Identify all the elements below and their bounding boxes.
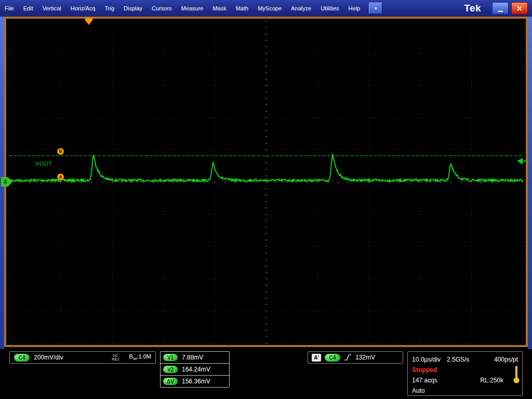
sample-rate-value: 2.5GS/s (447, 356, 469, 363)
oscilloscope-screen: File Edit Vertical Horiz/Acq Trig Displa… (0, 0, 532, 399)
trigger-level-marker[interactable] (517, 158, 526, 164)
readout-bar: C4 200mV/div DC REJ BW:1.0M V1 7.88mV V2… (0, 349, 532, 399)
channel-readout[interactable]: C4 200mV/div DC REJ BW:1.0M (9, 351, 156, 364)
acquisition-count: 147 acqs (412, 377, 437, 384)
timebase-value: 10.0µs/div (412, 356, 441, 363)
acquisition-status: Stopped (412, 366, 437, 374)
cursor-b-handle[interactable]: b (57, 148, 64, 155)
menu-item-analyze[interactable]: Analyze (286, 0, 316, 17)
minimize-button[interactable]: ▁ (492, 2, 509, 15)
trigger-position-arrow-icon (85, 20, 92, 25)
menu-item-measure[interactable]: Measure (177, 0, 208, 17)
minimize-icon: ▁ (498, 5, 502, 12)
menu-item-display[interactable]: Display (119, 0, 147, 17)
cursor-v2-badge: V2 (163, 366, 178, 373)
cursor-v2-row: V2 164.24mV (161, 364, 229, 376)
display-area: b a VOUT 4 (0, 17, 532, 349)
channel-4-marker[interactable]: 4 (1, 177, 12, 187)
rising-edge-icon (344, 354, 352, 361)
horizontal-readout[interactable]: 10.0µs/div 2.5GS/s 400ps/pt Stopped 147 … (407, 351, 523, 396)
cursor-readout[interactable]: V1 7.88mV V2 164.24mV ΔV 156.36mV (160, 351, 230, 388)
horizontal-row-1: 10.0µs/div 2.5GS/s 400ps/pt (412, 354, 518, 365)
menu-item-mask[interactable]: Mask (208, 0, 231, 17)
channel-scale: 200mV/div (34, 354, 63, 361)
cursor-v1-row: V1 7.88mV (161, 352, 229, 364)
resolution-value: 400ps/pt (494, 356, 518, 363)
cursor-a-handle[interactable]: a (57, 174, 64, 180)
screen-right-frame (528, 17, 532, 349)
menu-item-edit[interactable]: Edit (19, 0, 38, 17)
chevron-down-icon: ▼ (374, 6, 378, 11)
menu-dropdown-button[interactable]: ▼ (369, 3, 382, 14)
tek-logo: Tek (464, 3, 481, 14)
graticule-frame: b a VOUT 4 (4, 17, 528, 347)
menu-item-utilities[interactable]: Utilities (316, 0, 343, 17)
close-button[interactable]: ✕ (511, 2, 528, 15)
cursor-dv-value: 156.36mV (182, 378, 210, 385)
cursor-dv-badge: ΔV (163, 378, 178, 385)
channel-c4-badge[interactable]: C4 (14, 354, 30, 362)
close-icon: ✕ (517, 5, 523, 12)
menu-item-horiz-acq[interactable]: Horiz/Acq (66, 0, 100, 17)
menu-item-vertical[interactable]: Vertical (38, 0, 66, 17)
cursor-v1-badge: V1 (163, 354, 178, 361)
titlebar-right: Tek ▁ ✕ (464, 2, 532, 15)
cursor-v1-value: 7.88mV (182, 354, 203, 361)
trigger-level-tail (523, 161, 526, 162)
channel-bandwidth: BW:1.0M (129, 353, 151, 361)
channel-coupling: DC REJ (112, 354, 118, 361)
waveform-label-vout: VOUT (35, 161, 52, 167)
svg-text:4: 4 (4, 179, 7, 185)
menu-item-trig[interactable]: Trig (100, 0, 119, 17)
trigger-readout[interactable]: A' C4 132mV (308, 351, 403, 364)
menu-bar: File Edit Vertical Horiz/Acq Trig Displa… (0, 0, 532, 17)
cursor-dv-row: ΔV 156.36mV (161, 376, 229, 387)
horizontal-row-4: Auto (412, 385, 518, 396)
menu-item-math[interactable]: Math (231, 0, 253, 17)
trigger-channel-badge: C4 (325, 354, 340, 362)
trigger-level-value: 132mV (355, 354, 375, 361)
horizontal-row-3: 147 acqs RL:250k (412, 375, 518, 385)
trigger-position-marker[interactable] (85, 18, 92, 25)
temperature-icon (513, 365, 520, 384)
menu-item-cursors[interactable]: Cursors (147, 0, 177, 17)
trigger-mode: Auto (412, 387, 425, 394)
menu-item-myscope[interactable]: MyScope (253, 0, 286, 17)
graticule-canvas[interactable] (6, 19, 526, 345)
trigger-source-badge: A' (312, 354, 321, 362)
horizontal-row-2: Stopped (412, 365, 518, 375)
menu-item-file[interactable]: File (0, 0, 19, 17)
menu-item-help[interactable]: Help (344, 0, 365, 17)
trigger-level-arrow-icon (517, 158, 523, 164)
record-length: RL:250k (480, 377, 503, 384)
channel-4-arrow-icon: 4 (1, 177, 12, 187)
cursor-v2-value: 164.24mV (182, 366, 210, 373)
